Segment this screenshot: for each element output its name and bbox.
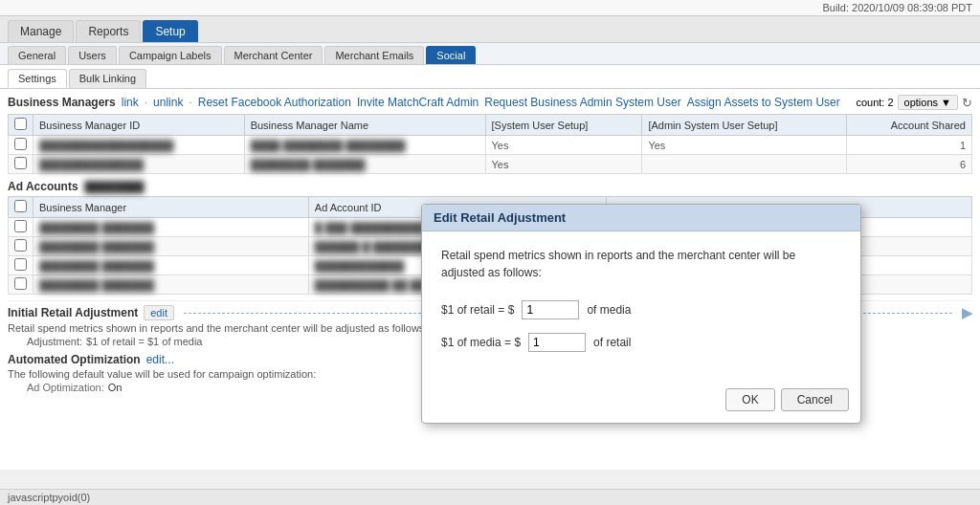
auto-opt-edit[interactable]: edit...: [146, 353, 174, 366]
modal-field2-prefix: $1 of media = $: [441, 336, 521, 349]
modal-field2-suffix: of retail: [593, 336, 631, 349]
modal-field2-input[interactable]: [528, 333, 586, 352]
ad-col-manager: Business Manager: [33, 197, 309, 218]
ad-select-all[interactable]: [14, 200, 27, 212]
settings-tab-bulk-linking[interactable]: Bulk Linking: [69, 69, 146, 88]
modal-ok-button[interactable]: OK: [725, 388, 774, 411]
footer-text: javascriptpyoid(0): [8, 492, 90, 503]
sub-tab-general[interactable]: General: [8, 46, 66, 64]
top-bar: Build: 2020/10/09 08:39:08 PDT: [0, 0, 980, 16]
modal-field1-suffix: of media: [587, 303, 631, 317]
bm-row2-name: ████████ ███████: [244, 155, 485, 174]
settings-nav: Settings Bulk Linking: [0, 65, 980, 89]
auto-opt-field-value: On: [108, 382, 122, 393]
tab-manage[interactable]: Manage: [8, 20, 74, 42]
bm-row2-id: ██████████████: [33, 155, 245, 174]
modal-field1-input[interactable]: [522, 300, 579, 319]
bm-row2-admin: [642, 155, 846, 174]
modal-field1-prefix: $1 of retail = $: [441, 303, 514, 317]
bm-row1-checkbox[interactable]: [14, 138, 27, 150]
bm-row1-system: Yes: [485, 136, 642, 155]
bm-col-id: Business Manager ID: [33, 115, 245, 136]
modal-body: Retail spend metrics shown in reports an…: [422, 231, 860, 381]
bm-unlink[interactable]: unlink: [153, 96, 183, 109]
bm-row2-shared: 6: [846, 155, 971, 174]
refresh-icon[interactable]: ↻: [962, 96, 972, 110]
modal-field2-row: $1 of media = $ of retail: [441, 333, 841, 352]
tab-reports[interactable]: Reports: [76, 20, 141, 42]
bm-row1-shared: 1: [846, 136, 971, 155]
bm-invite[interactable]: Invite MatchCraft Admin: [357, 96, 479, 109]
ad-accounts-title: Ad Accounts ████████: [8, 180, 972, 193]
bm-select-all[interactable]: [14, 118, 27, 130]
modal-title: Edit Retail Adjustment: [434, 210, 566, 225]
modal-cancel-button[interactable]: Cancel: [781, 388, 849, 411]
main-content: Business Managers link · unlink · Reset …: [0, 89, 980, 470]
business-managers-table: Business Manager ID Business Manager Nam…: [8, 114, 972, 174]
modal-field1-row: $1 of retail = $ of media: [441, 300, 841, 319]
bm-row2-checkbox[interactable]: [14, 157, 27, 169]
modal-dialog: Edit Retail Adjustment Retail spend metr…: [421, 204, 861, 424]
sub-tab-users[interactable]: Users: [68, 46, 117, 64]
retail-adjustment-label: Adjustment:: [27, 336, 82, 347]
bm-row1-name: ████ ████████ ████████: [244, 136, 485, 155]
tab-setup[interactable]: Setup: [143, 20, 197, 42]
count-options: count: 2 options ▼ ↻: [856, 95, 972, 110]
options-button[interactable]: options ▼: [898, 95, 958, 110]
retail-edit-button[interactable]: edit: [144, 305, 174, 320]
build-info: Build: 2020/10/09 08:39:08 PDT: [822, 2, 972, 13]
modal-title-bar: Edit Retail Adjustment: [422, 205, 860, 231]
bm-row2-system: Yes: [485, 155, 642, 174]
retail-adjustment-value: $1 of retail = $1 of media: [86, 336, 202, 347]
sub-tab-merchant-center[interactable]: Merchant Center: [224, 46, 323, 64]
bm-col-system-user: [System User Setup]: [485, 115, 642, 136]
bm-reset[interactable]: Reset Facebook Authorization: [198, 96, 351, 109]
retail-title: Initial Retail Adjustment: [8, 306, 138, 319]
bm-col-admin-user: [Admin System User Setup]: [642, 115, 846, 136]
sub-tab-merchant-emails[interactable]: Merchant Emails: [324, 46, 424, 64]
bm-count: count: 2: [856, 97, 893, 108]
main-nav: Manage Reports Setup: [0, 16, 980, 43]
bm-link[interactable]: link: [122, 96, 139, 109]
table-row: ██████████████████ ████ ████████ ███████…: [9, 136, 972, 155]
modal-footer: OK Cancel: [422, 381, 860, 423]
sub-nav: General Users Campaign Labels Merchant C…: [0, 43, 980, 65]
sub-tab-social[interactable]: Social: [426, 46, 476, 64]
ad-row4-checkbox[interactable]: [14, 277, 27, 290]
ad-row2-checkbox[interactable]: [14, 239, 27, 252]
settings-tab-settings[interactable]: Settings: [8, 69, 67, 88]
bm-assign[interactable]: Assign Assets to System User: [687, 96, 840, 109]
auto-opt-title: Automated Optimization: [8, 353, 141, 366]
bm-request[interactable]: Request Business Admin System User: [484, 96, 680, 109]
ad-row1-checkbox[interactable]: [14, 220, 27, 232]
ad-row3-checkbox[interactable]: [14, 258, 27, 271]
table-row: ██████████████ ████████ ███████ Yes 6: [9, 155, 972, 174]
business-managers-header: Business Managers link · unlink · Reset …: [8, 95, 972, 110]
modal-description: Retail spend metrics shown in reports an…: [441, 247, 841, 281]
footer-bar: javascriptpyoid(0): [0, 489, 980, 505]
bm-row1-admin: Yes: [642, 136, 846, 155]
bm-col-name: Business Manager Name: [244, 115, 485, 136]
bm-title: Business Managers: [8, 96, 116, 109]
bm-row1-id: ██████████████████: [33, 136, 245, 155]
arrow-right-icon: ▶: [962, 305, 972, 320]
auto-opt-field-label: Ad Optimization:: [27, 382, 104, 393]
bm-col-shared: Account Shared: [846, 115, 971, 136]
sub-tab-campaign-labels[interactable]: Campaign Labels: [119, 46, 222, 64]
